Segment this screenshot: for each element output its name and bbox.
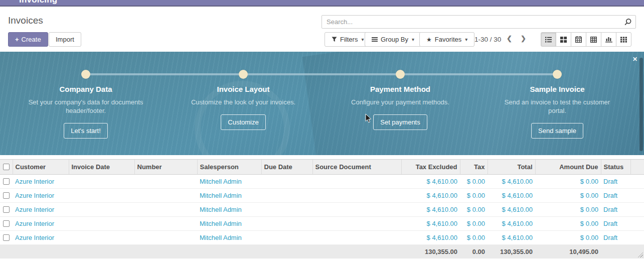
number-cell[interactable] [134, 217, 197, 231]
tax-excluded-cell[interactable]: $ 4,610.00 [401, 217, 460, 231]
status-cell[interactable]: Draft [601, 231, 630, 245]
number-cell[interactable] [134, 189, 197, 203]
customer-cell[interactable]: Azure Interior [13, 231, 69, 245]
row-checkbox[interactable] [3, 192, 10, 199]
number-cell[interactable] [134, 175, 197, 189]
salesperson-cell[interactable]: Mitchell Admin [197, 231, 261, 245]
calendar-view-button[interactable] [571, 32, 586, 47]
column-header-total[interactable]: Total [488, 160, 535, 175]
total-cell[interactable]: $ 4,610.00 [488, 231, 535, 245]
customer-cell[interactable]: Azure Interior [13, 203, 69, 217]
source-document-cell[interactable] [312, 231, 401, 245]
list-view-button[interactable] [541, 32, 556, 47]
due-date-cell[interactable] [261, 175, 312, 189]
amount-due-cell[interactable]: $ 0.00 [535, 189, 601, 203]
total-cell[interactable]: $ 4,610.00 [488, 217, 535, 231]
customer-cell[interactable]: Azure Interior [13, 189, 69, 203]
salesperson-cell[interactable]: Mitchell Admin [197, 175, 261, 189]
invoice-row[interactable]: Azure Interior Mitchell Admin $ 4,610.00… [0, 203, 644, 217]
close-icon[interactable]: ✕ [632, 56, 637, 63]
graph-view-button[interactable] [601, 32, 616, 47]
invoice-date-cell[interactable] [69, 217, 134, 231]
total-cell[interactable]: $ 4,610.00 [488, 189, 535, 203]
group-by-button[interactable]: Group By ▾ [365, 32, 421, 47]
due-date-cell[interactable] [261, 203, 312, 217]
amount-due-cell[interactable]: $ 0.00 [535, 231, 601, 245]
source-document-cell[interactable] [312, 189, 401, 203]
grid-view-button[interactable] [616, 32, 631, 47]
customer-cell[interactable]: Azure Interior [13, 175, 69, 189]
salesperson-cell[interactable]: Mitchell Admin [197, 189, 261, 203]
pivot-view-button[interactable] [586, 32, 601, 47]
column-header-invoice-date[interactable]: Invoice Date [69, 160, 134, 175]
favorites-button[interactable]: ★ Favorites ▾ [419, 32, 474, 47]
kanban-view-button[interactable] [556, 32, 571, 47]
tax-cell[interactable]: $ 0.00 [460, 217, 488, 231]
invoice-date-cell[interactable] [69, 231, 134, 245]
total-cell[interactable]: $ 4,610.00 [488, 203, 535, 217]
row-checkbox[interactable] [3, 178, 10, 185]
number-cell[interactable] [134, 231, 197, 245]
amount-due-cell[interactable]: $ 0.00 [535, 203, 601, 217]
create-button[interactable]: + Create [8, 32, 48, 47]
status-cell[interactable]: Draft [601, 203, 630, 217]
due-date-cell[interactable] [261, 217, 312, 231]
app-menu-title[interactable]: Invoicing [19, 0, 57, 5]
tax-excluded-cell[interactable]: $ 4,610.00 [401, 189, 460, 203]
scrollbar-thumb[interactable] [639, 58, 643, 151]
column-header-due-date[interactable]: Due Date [261, 160, 312, 175]
number-cell[interactable] [134, 203, 197, 217]
status-cell[interactable]: Draft [601, 189, 630, 203]
column-header-number[interactable]: Number [134, 160, 197, 175]
column-header-source-document[interactable]: Source Document [312, 160, 401, 175]
due-date-cell[interactable] [261, 231, 312, 245]
status-cell[interactable]: Draft [601, 175, 630, 189]
row-checkbox[interactable] [3, 220, 10, 227]
tax-excluded-cell[interactable]: $ 4,610.00 [401, 231, 460, 245]
column-header-amount-due[interactable]: Amount Due [535, 160, 601, 175]
salesperson-cell[interactable]: Mitchell Admin [197, 217, 261, 231]
search-box [321, 15, 636, 29]
source-document-cell[interactable] [312, 175, 401, 189]
tax-cell[interactable]: $ 0.00 [460, 175, 488, 189]
amount-due-cell[interactable]: $ 0.00 [535, 217, 601, 231]
invoice-date-cell[interactable] [69, 203, 134, 217]
invoice-row[interactable]: Azure Interior Mitchell Admin $ 4,610.00… [0, 189, 644, 203]
tax-excluded-cell[interactable]: $ 4,610.00 [401, 175, 460, 189]
filters-button[interactable]: Filters ▾ [325, 32, 371, 47]
search-icon[interactable] [624, 18, 632, 26]
invoice-date-cell[interactable] [69, 189, 134, 203]
column-header-salesperson[interactable]: Salesperson [197, 160, 261, 175]
pager-next-button[interactable]: ❯ [521, 35, 526, 42]
tax-cell[interactable]: $ 0.00 [460, 231, 488, 245]
total-cell[interactable]: $ 4,610.00 [488, 175, 535, 189]
tax-excluded-cell[interactable]: $ 4,610.00 [401, 203, 460, 217]
column-header-tax[interactable]: Tax [460, 160, 488, 175]
set-payments-button[interactable]: Set payments [373, 114, 427, 130]
invoice-date-cell[interactable] [69, 175, 134, 189]
due-date-cell[interactable] [261, 189, 312, 203]
row-checkbox[interactable] [3, 234, 10, 241]
send-sample-button[interactable]: Send sample [531, 123, 583, 139]
invoice-row[interactable]: Azure Interior Mitchell Admin $ 4,610.00… [0, 217, 644, 231]
select-all-checkbox[interactable] [3, 164, 10, 170]
column-header-status[interactable]: Status [601, 160, 630, 175]
source-document-cell[interactable] [312, 203, 401, 217]
lets-start-button[interactable]: Let's start! [64, 123, 108, 139]
tax-cell[interactable]: $ 0.00 [460, 203, 488, 217]
column-header-customer[interactable]: Customer [13, 160, 69, 175]
tax-cell[interactable]: $ 0.00 [460, 189, 488, 203]
customer-cell[interactable]: Azure Interior [13, 217, 69, 231]
column-header-tax-excluded[interactable]: Tax Excluded [401, 160, 460, 175]
search-input[interactable] [322, 16, 635, 28]
amount-due-cell[interactable]: $ 0.00 [535, 175, 601, 189]
salesperson-cell[interactable]: Mitchell Admin [197, 203, 261, 217]
pager-previous-button[interactable]: ❮ [507, 35, 512, 42]
import-button[interactable]: Import [49, 32, 81, 47]
customize-button[interactable]: Customize [221, 114, 265, 130]
row-checkbox[interactable] [3, 206, 10, 213]
invoice-row[interactable]: Azure Interior Mitchell Admin $ 4,610.00… [0, 231, 644, 245]
source-document-cell[interactable] [312, 217, 401, 231]
status-cell[interactable]: Draft [601, 217, 630, 231]
invoice-row[interactable]: Azure Interior Mitchell Admin $ 4,610.00… [0, 175, 644, 189]
